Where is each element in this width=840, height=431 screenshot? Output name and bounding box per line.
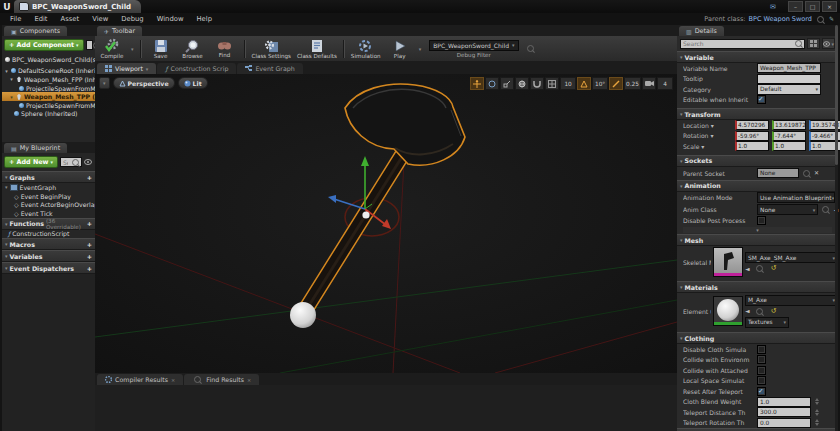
animation-mode-dropdown[interactable]: Use Animation Blueprint ▾ [757, 192, 835, 203]
viewport-scene[interactable] [95, 74, 677, 373]
add-macro-icon[interactable]: + [87, 241, 92, 248]
feedback-icon[interactable]: ✉ [770, 3, 780, 11]
tree-item-projectile-fpp[interactable]: ProjectileSpawnFromMuzzleF [2, 84, 95, 93]
rotation-snap-value[interactable]: 10° [592, 77, 608, 90]
event-dispatchers-section-header[interactable]: ▾ Event Dispatchers + [2, 262, 95, 274]
tab-viewport[interactable]: Viewport ▾ [97, 63, 156, 74]
camera-speed-value[interactable]: 4 [657, 77, 673, 90]
event-tick-item[interactable]: ◇ Event Tick [2, 209, 95, 218]
components-search[interactable] [86, 40, 93, 50]
play-options-chevron-icon[interactable]: ▾ [419, 46, 422, 52]
add-graph-icon[interactable]: + [87, 174, 92, 181]
construction-script-item[interactable]: ƒ ConstructionScript [2, 230, 95, 239]
clear-socket-icon[interactable]: ✕ [814, 170, 819, 176]
stepper-icon[interactable] [815, 409, 820, 416]
scale-snap-button[interactable] [609, 77, 623, 90]
tab-construction-script[interactable]: ƒ Construction Scrip [157, 63, 236, 74]
debug-filter-dropdown[interactable]: BPC_WeaponSword_Child ▾ [429, 40, 518, 51]
anim-class-dropdown[interactable]: None ▾ [757, 204, 818, 215]
tree-item-weapon-mesh-fpp[interactable]: ▾ Weapon_Mesh_FPP (Inherited) [2, 75, 95, 84]
reset-asset-icon[interactable]: ↺ [771, 308, 777, 315]
browse-button[interactable]: Browse [180, 39, 206, 59]
editable-when-inherited-checkbox[interactable] [757, 95, 766, 104]
animation-section-header[interactable]: ▾ Animation [677, 180, 838, 192]
details-search-input[interactable] [681, 40, 793, 47]
rotation-y-field[interactable]: -7.644° [772, 131, 806, 141]
tab-compiler-results[interactable]: Compiler Results × [97, 374, 183, 385]
components-search-input[interactable] [87, 42, 91, 49]
parent-class-edit-icon[interactable]: ✎ [829, 16, 834, 22]
variables-section-header[interactable]: ▾ Variables + [2, 250, 95, 262]
materials-section-header[interactable]: ▾ Materials [677, 281, 838, 293]
anim-class-browse-icon[interactable] [822, 206, 829, 213]
sphere-component-mesh[interactable] [290, 302, 316, 328]
scale-y-field[interactable]: 1.0 [772, 141, 806, 151]
browse-asset-icon[interactable] [756, 308, 763, 315]
tab-components[interactable]: ▣ Components [4, 26, 67, 36]
transform-section-header[interactable]: ▾ Transform [677, 108, 838, 120]
tab-my-blueprint[interactable]: ▤ My Blueprint [4, 143, 67, 153]
tree-item-defaultsceneroot[interactable]: ▾ DefaultSceneRoot (Inherited) [2, 67, 95, 76]
collide-attached-checkbox[interactable] [757, 366, 766, 375]
parent-class-browse-icon[interactable] [817, 16, 824, 23]
camera-speed-button[interactable] [642, 77, 656, 90]
class-defaults-button[interactable]: Class Defaults [297, 39, 337, 59]
menu-help[interactable]: Help [190, 15, 218, 23]
maximize-button[interactable]: □ [805, 1, 820, 12]
tab-details[interactable]: ▥ Details [679, 26, 724, 36]
rotation-x-field[interactable]: -59.96° [735, 131, 769, 141]
details-search[interactable] [680, 39, 805, 49]
expander-icon[interactable]: ▾ [4, 68, 9, 74]
tree-item-self[interactable]: BPC_WeaponSword_Child(self) [2, 55, 95, 64]
expander-icon[interactable]: ▾ [9, 76, 14, 82]
lit-mode-button[interactable]: Lit [178, 77, 208, 89]
collide-environment-checkbox[interactable] [757, 355, 766, 364]
variable-section-header[interactable]: ▾ Variable [677, 51, 838, 63]
find-button[interactable]: Find [212, 39, 238, 58]
reset-asset-icon[interactable]: ↺ [771, 265, 777, 272]
menu-window[interactable]: Window [151, 15, 190, 23]
simulation-button[interactable]: Simulation [351, 39, 381, 59]
tooltip-field[interactable] [757, 74, 821, 84]
add-component-button[interactable]: + Add Component ▾ [4, 39, 84, 51]
tree-item-projectile-tpp[interactable]: ProjectileSpawnFromMuzzleT [2, 101, 95, 110]
parent-socket-field[interactable]: None [757, 168, 799, 178]
display-filter-button[interactable]: ▾ [822, 38, 835, 49]
use-selected-icon[interactable]: ◄ [745, 266, 750, 272]
mesh-section-header[interactable]: ▾ Mesh [677, 234, 838, 246]
event-beginplay-item[interactable]: ◇ Event BeginPlay [2, 192, 95, 201]
add-dispatcher-icon[interactable]: + [87, 265, 92, 272]
save-button[interactable]: Save [148, 39, 174, 59]
location-x-field[interactable]: 4.570296 [735, 120, 769, 130]
clothing-section-header[interactable]: ▾ Clothing [677, 332, 838, 344]
tree-item-sphere[interactable]: Sphere (Inherited) [2, 110, 95, 119]
tab-event-graph[interactable]: Event Graph [237, 63, 302, 74]
add-variable-icon[interactable]: + [87, 253, 92, 260]
document-tab[interactable]: BPC_WeaponSword_Child [14, 0, 141, 13]
move-tool-button[interactable] [470, 77, 484, 90]
property-matrix-button[interactable] [807, 38, 820, 49]
local-space-checkbox[interactable] [757, 376, 766, 385]
use-selected-icon[interactable]: ◄ [745, 308, 750, 314]
teleport-rotation-field[interactable]: 0.0 [757, 418, 811, 428]
graphs-section-header[interactable]: ▾ Graphs + [2, 171, 95, 183]
menu-view[interactable]: View [86, 15, 114, 23]
compile-options-chevron-icon[interactable]: ▾ [131, 46, 134, 52]
surface-snap-button[interactable] [530, 77, 544, 90]
cloth-blend-weight-field[interactable]: 1.0 [757, 397, 811, 407]
debug-search-icon[interactable] [527, 45, 534, 52]
scale-tool-button[interactable] [500, 77, 514, 90]
compile-button[interactable]: Compile [99, 38, 125, 59]
teleport-distance-field[interactable]: 300.0 [757, 407, 811, 417]
functions-section-header[interactable]: ▾ Functions (36 Overridable) + [2, 218, 95, 230]
material-thumbnail[interactable] [713, 296, 743, 326]
sockets-section-header[interactable]: ▾ Sockets [677, 155, 838, 167]
event-actorbeginoverlap-item[interactable]: ◇ Event ActorBeginOverlap [2, 200, 95, 209]
rotation-snap-button[interactable] [577, 77, 591, 90]
parent-class-link[interactable]: BPC Weapon Sword [749, 15, 812, 23]
scale-x-field[interactable]: 1.0 [735, 141, 769, 151]
textures-dropdown[interactable]: Textures ▾ [745, 317, 789, 328]
tree-item-weapon-mesh-tpp-selected[interactable]: ▾ Weapon_Mesh_TPP (Inherited) [2, 92, 95, 101]
location-y-field[interactable]: 13.619872 [772, 120, 806, 130]
class-settings-button[interactable]: Class Settings [252, 39, 291, 59]
